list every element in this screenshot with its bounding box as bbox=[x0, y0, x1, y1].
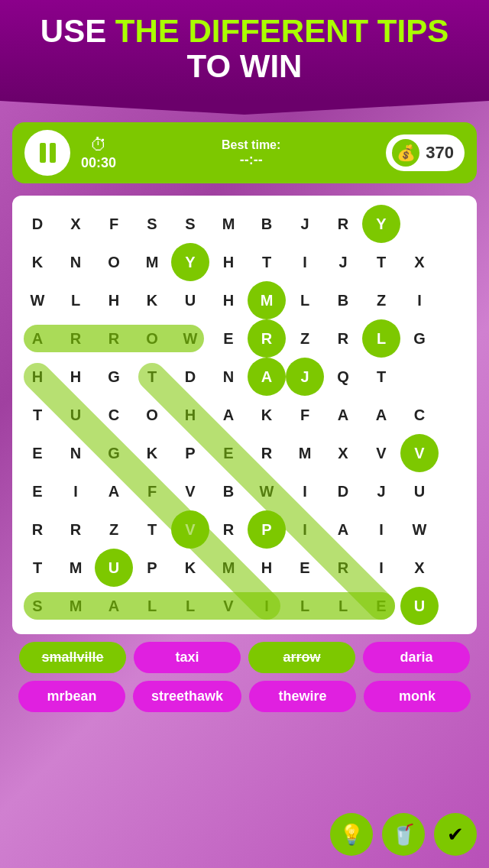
grid-cell[interactable]: Y bbox=[171, 243, 209, 281]
grid-cell[interactable]: L bbox=[362, 319, 400, 358]
grid-cell[interactable]: R bbox=[57, 319, 95, 358]
grid-cell[interactable]: I bbox=[362, 510, 400, 549]
grid-cell[interactable]: R bbox=[18, 510, 57, 549]
grid-cell[interactable]: X bbox=[400, 243, 439, 281]
grid-cell[interactable]: C bbox=[95, 396, 133, 434]
grid-cell[interactable]: T bbox=[362, 243, 400, 281]
grid-cell[interactable]: Q bbox=[324, 358, 362, 396]
grid-cell[interactable]: H bbox=[95, 281, 133, 319]
grid-cell[interactable]: T bbox=[18, 396, 57, 434]
grid-cell[interactable]: M bbox=[57, 549, 95, 587]
grid-cell[interactable]: O bbox=[95, 243, 133, 281]
grid-cell[interactable]: M bbox=[248, 281, 286, 319]
grid-cell[interactable]: S bbox=[18, 587, 57, 625]
grid-cell[interactable]: M bbox=[286, 434, 324, 472]
grid-cell[interactable]: E bbox=[18, 472, 57, 510]
grid-cell[interactable]: H bbox=[171, 396, 209, 434]
grid-cell[interactable]: K bbox=[171, 549, 209, 587]
grid-cell[interactable]: R bbox=[324, 205, 362, 243]
grid-cell[interactable]: I bbox=[286, 472, 324, 510]
grid-cell[interactable]: A bbox=[248, 358, 286, 396]
grid-cell[interactable]: H bbox=[209, 281, 248, 319]
grid-cell[interactable]: J bbox=[286, 205, 324, 243]
grid-cell[interactable]: A bbox=[95, 472, 133, 510]
grid-cell[interactable]: B bbox=[209, 472, 248, 510]
grid-cell[interactable]: V bbox=[400, 434, 439, 472]
grid-cell[interactable]: D bbox=[324, 472, 362, 510]
grid-cell[interactable]: A bbox=[209, 396, 248, 434]
grid-cell[interactable] bbox=[400, 358, 439, 396]
grid-cell[interactable]: U bbox=[400, 472, 439, 510]
grid-cell[interactable]: T bbox=[133, 358, 171, 396]
grid-cell[interactable]: L bbox=[171, 587, 209, 625]
grid-cell[interactable]: W bbox=[171, 319, 209, 358]
grid-cell[interactable]: G bbox=[95, 358, 133, 396]
grid-cell[interactable]: I bbox=[248, 587, 286, 625]
grid-cell[interactable]: J bbox=[286, 358, 324, 396]
grid-cell[interactable]: M bbox=[209, 205, 248, 243]
grid-cell[interactable]: R bbox=[248, 319, 286, 358]
grid-cell[interactable]: M bbox=[57, 587, 95, 625]
grid-cell[interactable]: E bbox=[18, 434, 57, 472]
grid-cell[interactable]: L bbox=[133, 587, 171, 625]
grid-cell[interactable]: U bbox=[95, 549, 133, 587]
grid-cell[interactable]: O bbox=[133, 319, 171, 358]
grid-cell[interactable]: V bbox=[362, 434, 400, 472]
grid-cell[interactable]: K bbox=[248, 396, 286, 434]
grid-cell[interactable]: E bbox=[362, 587, 400, 625]
grid-cell[interactable]: A bbox=[362, 396, 400, 434]
grid-cell[interactable]: K bbox=[133, 281, 171, 319]
grid-cell[interactable]: W bbox=[400, 510, 439, 549]
grid-cell[interactable]: E bbox=[286, 549, 324, 587]
grid-cell[interactable]: X bbox=[57, 205, 95, 243]
grid-cell[interactable]: I bbox=[57, 472, 95, 510]
grid-cell[interactable]: U bbox=[171, 281, 209, 319]
grid-cell[interactable]: A bbox=[324, 396, 362, 434]
grid-cell[interactable]: Y bbox=[362, 205, 400, 243]
grid-cell[interactable]: H bbox=[248, 549, 286, 587]
grid-cell[interactable]: U bbox=[400, 587, 439, 625]
grid-cell[interactable]: E bbox=[209, 434, 248, 472]
grid-cell[interactable]: F bbox=[133, 472, 171, 510]
grid-cell[interactable]: B bbox=[248, 205, 286, 243]
grid-cell[interactable]: R bbox=[57, 510, 95, 549]
grid-cell[interactable]: T bbox=[133, 510, 171, 549]
grid-cell[interactable]: N bbox=[209, 358, 248, 396]
grid-cell[interactable]: T bbox=[362, 358, 400, 396]
grid-cell[interactable]: J bbox=[362, 472, 400, 510]
grid-cell[interactable]: W bbox=[248, 472, 286, 510]
grid-cell[interactable]: D bbox=[171, 358, 209, 396]
grid-cell[interactable]: I bbox=[362, 549, 400, 587]
grid-cell[interactable]: N bbox=[57, 434, 95, 472]
grid-cell[interactable]: M bbox=[209, 549, 248, 587]
grid-cell[interactable]: J bbox=[324, 243, 362, 281]
grid-cell[interactable]: R bbox=[248, 434, 286, 472]
grid-cell[interactable]: V bbox=[209, 587, 248, 625]
drink-button[interactable]: 🥤 bbox=[382, 813, 425, 856]
grid-cell[interactable]: P bbox=[133, 549, 171, 587]
grid-cell[interactable]: D bbox=[18, 205, 57, 243]
grid-cell[interactable]: N bbox=[57, 243, 95, 281]
grid-cell[interactable]: A bbox=[18, 319, 57, 358]
grid-cell[interactable]: L bbox=[57, 281, 95, 319]
grid-cell[interactable]: V bbox=[171, 510, 209, 549]
grid-cell[interactable]: I bbox=[400, 281, 439, 319]
grid-cell[interactable]: Z bbox=[362, 281, 400, 319]
grid-cell[interactable]: H bbox=[18, 358, 57, 396]
grid-cell[interactable]: A bbox=[95, 587, 133, 625]
grid-cell[interactable]: W bbox=[18, 281, 57, 319]
grid-cell[interactable]: H bbox=[57, 358, 95, 396]
pause-button[interactable] bbox=[24, 130, 70, 176]
grid-cell[interactable]: S bbox=[171, 205, 209, 243]
grid-cell[interactable]: P bbox=[248, 510, 286, 549]
grid-cell[interactable]: O bbox=[133, 396, 171, 434]
grid-cell[interactable]: R bbox=[95, 319, 133, 358]
grid-cell[interactable]: F bbox=[286, 396, 324, 434]
grid-cell[interactable]: K bbox=[18, 243, 57, 281]
grid-cell[interactable]: L bbox=[286, 587, 324, 625]
grid-cell[interactable]: U bbox=[57, 396, 95, 434]
grid-cell[interactable]: Z bbox=[286, 319, 324, 358]
hint-button[interactable]: 💡 bbox=[330, 813, 373, 856]
grid-cell[interactable]: R bbox=[209, 510, 248, 549]
grid-cell[interactable]: E bbox=[209, 319, 248, 358]
